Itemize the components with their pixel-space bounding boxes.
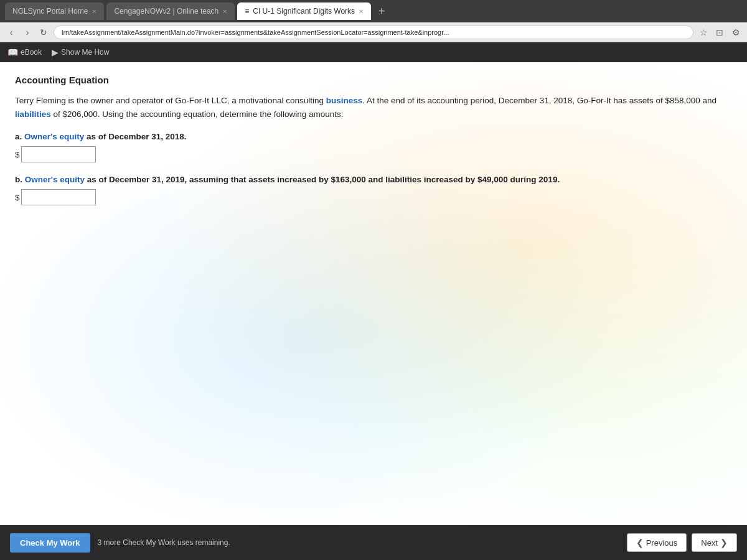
settings-icon[interactable]: ⚙ bbox=[730, 26, 742, 39]
tab-nglsync-label: NGLSync Portal Home bbox=[12, 7, 88, 16]
address-bar[interactable]: lrn/takeAssignment/takeAssignmentMain.do… bbox=[54, 26, 693, 39]
question-b-text: Owner's equity as of December 31, 2019, … bbox=[25, 175, 560, 184]
check-my-work-button[interactable]: Check My Work bbox=[10, 533, 90, 553]
bottom-right: ❮ Previous Next ❯ bbox=[627, 533, 737, 552]
tab-assignment[interactable]: ≡ CI U-1 Significant Digits Works ✕ bbox=[237, 2, 371, 20]
forward-button[interactable]: › bbox=[21, 26, 34, 39]
dollar-sign-a: $ bbox=[15, 150, 20, 159]
dollar-sign-b: $ bbox=[15, 193, 20, 202]
tab-cengage[interactable]: CengageNOWv2 | Online teach ✕ bbox=[106, 2, 235, 20]
question-b-input-row: $ bbox=[15, 189, 732, 205]
problem-text: Terry Fleming is the owner and operator … bbox=[15, 94, 732, 121]
tab-assignment-close[interactable]: ✕ bbox=[359, 8, 364, 15]
tab-cengage-close[interactable]: ✕ bbox=[222, 8, 227, 15]
answer-input-a[interactable] bbox=[21, 146, 96, 162]
bottom-bar: Check My Work 3 more Check My Work uses … bbox=[0, 525, 747, 560]
question-a-label: a. Owner's equity as of December 31, 201… bbox=[15, 132, 732, 141]
content-area: Accounting Equation Terry Fleming is the… bbox=[0, 62, 747, 525]
question-a-text: Owner's equity as of December 31, 2018. bbox=[24, 132, 187, 141]
tab-nglsync-close[interactable]: ✕ bbox=[92, 8, 96, 15]
ebook-button[interactable]: 📖 eBook bbox=[7, 47, 42, 57]
tab-assignment-label: CI U-1 Significant Digits Works bbox=[253, 7, 355, 16]
refresh-button[interactable]: ↻ bbox=[37, 26, 50, 39]
chevron-right-icon: ❯ bbox=[720, 538, 728, 548]
next-button[interactable]: Next ❯ bbox=[692, 533, 737, 552]
star-icon[interactable]: ☆ bbox=[697, 26, 710, 39]
answer-input-b[interactable] bbox=[21, 189, 96, 205]
question-a-part: a. bbox=[15, 132, 22, 141]
chevron-left-icon: ❮ bbox=[636, 538, 644, 548]
page-toolbar: 📖 eBook ▶ Show Me How bbox=[0, 42, 747, 62]
tab-icon: ≡ bbox=[245, 7, 249, 16]
show-me-how-button[interactable]: ▶ Show Me How bbox=[52, 47, 109, 57]
ebook-icon: 📖 bbox=[7, 47, 18, 57]
previous-button[interactable]: ❮ Previous bbox=[627, 533, 687, 552]
reader-mode-icon[interactable]: ⊡ bbox=[713, 26, 726, 39]
remaining-text: 3 more Check My Work uses remaining. bbox=[98, 538, 230, 547]
question-b-label: b. Owner's equity as of December 31, 201… bbox=[15, 175, 732, 184]
highlight-business: business bbox=[326, 96, 363, 105]
question-b-part: b. bbox=[15, 175, 22, 184]
tab-cengage-label: CengageNOWv2 | Online teach bbox=[114, 7, 218, 16]
address-text: lrn/takeAssignment/takeAssignmentMain.do… bbox=[62, 29, 449, 36]
section-title: Accounting Equation bbox=[15, 75, 732, 85]
new-tab-button[interactable]: + bbox=[374, 5, 390, 18]
highlight-liabilities: liabilities bbox=[15, 110, 51, 119]
previous-label: Previous bbox=[646, 538, 678, 548]
content-inner: Accounting Equation Terry Fleming is the… bbox=[15, 75, 732, 205]
ebook-label: eBook bbox=[21, 48, 42, 57]
video-icon: ▶ bbox=[52, 47, 59, 57]
browser-tabs-bar: NGLSync Portal Home ✕ CengageNOWv2 | Onl… bbox=[0, 0, 747, 22]
address-bar-row: ‹ › ↻ lrn/takeAssignment/takeAssignmentM… bbox=[0, 22, 747, 42]
next-label: Next bbox=[701, 538, 718, 548]
bottom-left: Check My Work 3 more Check My Work uses … bbox=[10, 533, 230, 553]
show-me-how-label: Show Me How bbox=[61, 48, 109, 57]
question-a-input-row: $ bbox=[15, 146, 732, 162]
tab-nglsync[interactable]: NGLSync Portal Home ✕ bbox=[5, 2, 104, 20]
back-button[interactable]: ‹ bbox=[5, 26, 17, 39]
